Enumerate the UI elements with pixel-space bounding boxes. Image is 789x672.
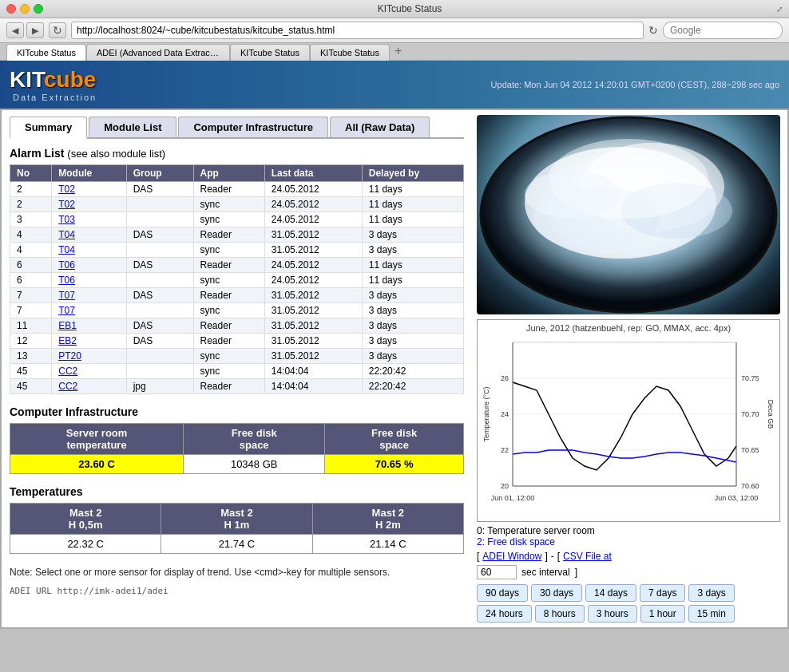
legend-line-2: 2: Free disk space <box>477 536 783 547</box>
svg-text:22: 22 <box>501 446 509 454</box>
tab-all-raw-data[interactable]: All (Raw Data) <box>330 117 430 137</box>
alarm-cell-delayed: 3 days <box>362 243 463 258</box>
temp-title: Temperatures <box>10 485 464 498</box>
fisheye-svg <box>477 115 780 314</box>
temp-table: Mast 2H 0,5m Mast 2H 1m Mast 2H 2m 22.32… <box>10 503 464 554</box>
infra-table: Server roomtemperature Free diskspace Fr… <box>10 423 464 474</box>
tab-computer-infra[interactable]: Computer Infrastructure <box>178 117 328 137</box>
close-button[interactable] <box>6 4 16 14</box>
alarm-cell-group <box>126 303 193 318</box>
alarm-cell-group <box>126 197 193 212</box>
svg-text:20: 20 <box>501 482 509 490</box>
tab-kitcube-1[interactable]: KITcube Status <box>6 44 86 61</box>
alarm-cell-app: Reader <box>193 288 264 303</box>
tab-module-list[interactable]: Module List <box>89 117 176 137</box>
btn-1hour[interactable]: 1 hour <box>640 605 685 623</box>
interval-buttons-row1: 90 days 30 days 14 days 7 days 3 days <box>477 584 783 602</box>
reload-button[interactable]: ↻ <box>49 22 66 38</box>
btn-14days[interactable]: 14 days <box>585 584 636 602</box>
search-input[interactable] <box>663 22 783 39</box>
alarm-cell-group: DAS <box>126 334 193 349</box>
alarm-cell-app: Reader <box>193 227 264 243</box>
svg-text:70.65: 70.65 <box>741 446 759 454</box>
temp-col-2: Mast 2H 1m <box>161 504 312 535</box>
alarm-row: 2T02DASReader24.05.201211 days <box>10 182 464 197</box>
btn-30days[interactable]: 30 days <box>531 584 582 602</box>
tab-adei[interactable]: ADEI (Advanced Data Extraction I... <box>86 44 230 61</box>
col-delayed-by: Delayed by <box>362 165 463 182</box>
window-resize-icon[interactable]: ⤢ <box>776 5 783 14</box>
forward-button[interactable]: ▶ <box>26 22 44 38</box>
alarm-cell-delayed: 11 days <box>362 273 463 288</box>
tab-kitcube-2[interactable]: KITcube Status <box>230 44 310 61</box>
url-bar[interactable] <box>71 22 644 39</box>
alarm-row: 12EB2DASReader31.05.20123 days <box>10 334 464 349</box>
temp-val-2: 21.74 C <box>161 535 312 554</box>
alarm-cell-last_data: 31.05.2012 <box>264 227 362 243</box>
browser-toolbar: ◀ ▶ ↻ ↻ <box>0 18 789 43</box>
window-title: KITcube Status <box>48 3 771 14</box>
back-button[interactable]: ◀ <box>6 22 24 38</box>
legend-2-text: 2: Free disk space <box>477 536 555 547</box>
logo-subtitle: Data Extraction <box>13 93 97 102</box>
col-last-data: Last data <box>264 165 362 182</box>
sec-label: sec interval <box>521 567 570 578</box>
temp-val-1: 22.32 C <box>10 535 161 554</box>
alarm-cell-group <box>126 349 193 364</box>
svg-text:26: 26 <box>501 374 509 382</box>
links-area: [ ADEI Window ] - [ CSV File at sec inte… <box>477 551 783 579</box>
chart-area: June, 2012 (hatzenbuehl, rep: GO, MMAX, … <box>477 319 780 522</box>
infra-title: Computer Infrastructure <box>10 405 464 418</box>
alarm-title-text: Alarm List <box>10 147 64 160</box>
alarm-row: 4T04DASReader31.05.20123 days <box>10 227 464 243</box>
alarm-cell-no: 7 <box>10 303 52 318</box>
sec-input-row: sec interval ] <box>477 565 783 579</box>
infra-col-disk1: Free diskspace <box>184 424 325 455</box>
go-button[interactable]: ↻ <box>648 24 658 37</box>
sec-interval-input[interactable] <box>477 565 517 579</box>
alarm-cell-delayed: 3 days <box>362 303 463 318</box>
infra-val-temp: 23.60 C <box>10 455 184 474</box>
tab-kitcube-3[interactable]: KITcube Status <box>310 44 390 61</box>
alarm-cell-no: 6 <box>10 273 52 288</box>
btn-24hours[interactable]: 24 hours <box>477 605 532 623</box>
btn-7days[interactable]: 7 days <box>640 584 685 602</box>
new-tab-button[interactable]: + <box>390 44 406 58</box>
alarm-row: 7T07sync31.05.20123 days <box>10 303 464 318</box>
alarm-cell-group: DAS <box>126 227 193 243</box>
btn-3hours[interactable]: 3 hours <box>588 605 637 623</box>
alarm-cell-delayed: 11 days <box>362 258 463 273</box>
note-text: Note: Select one or more sensor for disp… <box>10 565 441 579</box>
btn-90days[interactable]: 90 days <box>477 584 528 602</box>
tab-summary[interactable]: Summary <box>10 117 87 139</box>
adei-window-link[interactable]: ADEI Window <box>482 551 541 562</box>
alarm-table: No Module Group App Last data Delayed by… <box>10 164 464 394</box>
tab-bar: Summary Module List Computer Infrastruct… <box>10 117 464 139</box>
alarm-cell-no: 6 <box>10 258 52 273</box>
alarm-section: Alarm List (see also module list) No Mod… <box>10 147 464 394</box>
temp-col-1: Mast 2H 0,5m <box>10 504 161 535</box>
alarm-cell-module: CC2 <box>52 379 126 394</box>
svg-text:70.75: 70.75 <box>741 374 759 382</box>
alarm-cell-delayed: 3 days <box>362 349 463 364</box>
alarm-cell-module: T03 <box>52 212 126 227</box>
btn-3days[interactable]: 3 days <box>688 584 734 602</box>
alarm-cell-last_data: 24.05.2012 <box>264 212 362 227</box>
alarm-cell-group <box>126 273 193 288</box>
alarm-cell-app: Reader <box>193 379 264 394</box>
note-section: Note: Select one or more sensor for disp… <box>10 565 464 596</box>
alarm-row: 6T06DASReader24.05.201211 days <box>10 258 464 273</box>
alarm-cell-delayed: 22:20:42 <box>362 364 463 379</box>
alarm-cell-last_data: 31.05.2012 <box>264 318 362 334</box>
btn-15min[interactable]: 15 min <box>688 605 735 623</box>
maximize-button[interactable] <box>34 4 43 14</box>
alarm-cell-delayed: 11 days <box>362 197 463 212</box>
alarm-cell-no: 7 <box>10 288 52 303</box>
csv-file-link[interactable]: CSV File at <box>563 551 612 562</box>
nav-buttons: ◀ ▶ <box>6 22 44 38</box>
alarm-cell-last_data: 24.05.2012 <box>264 258 362 273</box>
col-no: No <box>10 165 52 182</box>
alarm-cell-group <box>126 243 193 258</box>
minimize-button[interactable] <box>20 4 30 14</box>
btn-8hours[interactable]: 8 hours <box>535 605 585 623</box>
